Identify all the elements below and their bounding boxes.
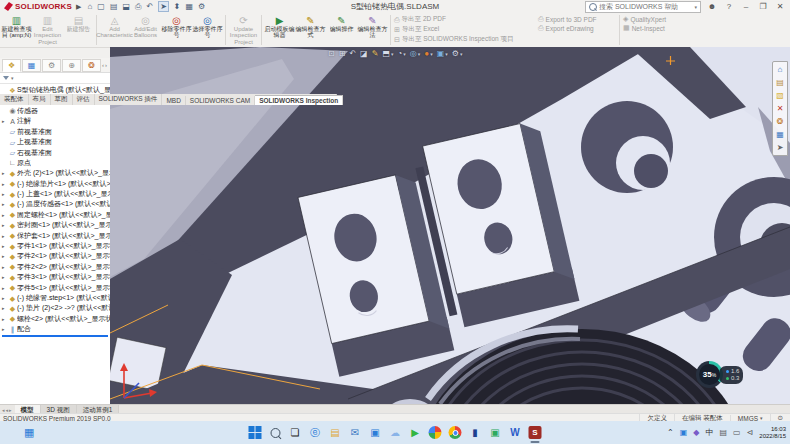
options-gear-icon[interactable]: ⚙ bbox=[198, 2, 205, 11]
tray-chevron-icon[interactable]: ⌃ bbox=[667, 428, 674, 437]
tab-scroll-arrows[interactable]: ◂◂▸ bbox=[0, 407, 15, 413]
tree-item-part[interactable]: ▸◆(-) 绝缘管.step<1> (默认<<默认> bbox=[0, 293, 110, 303]
minimize-button[interactable]: – bbox=[740, 2, 752, 11]
tab-solidworks-cam[interactable]: SOLIDWORKS CAM bbox=[186, 96, 255, 105]
file-properties-icon[interactable]: ▦ bbox=[186, 2, 194, 11]
tab-layout[interactable]: 布局 bbox=[29, 94, 51, 105]
wps-icon[interactable]: W bbox=[508, 425, 523, 440]
add-edit-balloons-button[interactable]: ◎ Add/Edit Balloons bbox=[130, 14, 161, 46]
tab-solidworks-inspection[interactable]: SOLIDWORKS Inspection bbox=[255, 95, 343, 105]
zoom-area-icon[interactable]: ⊞ bbox=[339, 49, 346, 58]
close-button[interactable]: ✕ bbox=[774, 2, 786, 11]
tree-item-part[interactable]: ▸◆零件2<1> (默认<<默认>_显示状态 bbox=[0, 251, 110, 261]
view-orientation-icon[interactable]: ⬒▾ bbox=[382, 49, 393, 58]
mail-icon[interactable]: ✉ bbox=[348, 425, 363, 440]
notes-app-icon[interactable]: ▣ bbox=[488, 425, 503, 440]
ime-indicator[interactable]: 中 bbox=[705, 427, 713, 438]
tab-evaluate[interactable]: 评估 bbox=[73, 94, 95, 105]
tree-item-part[interactable]: ▸◆零件2<2> (默认<<默认>_显示状态 bbox=[0, 262, 110, 272]
menu-flyout-arrow[interactable]: ▶ bbox=[76, 3, 81, 11]
zoom-fit-icon[interactable]: ⊡ bbox=[328, 49, 335, 58]
apply-scene-icon[interactable]: ▣▾ bbox=[437, 49, 448, 58]
search-dropdown-icon[interactable]: ▾ bbox=[694, 4, 697, 10]
tree-item-part[interactable]: ▸◆零件1<1> (默认<<默认>_显示状态 bbox=[0, 241, 110, 251]
volume-icon[interactable]: ⊲ bbox=[747, 428, 754, 437]
edit-inspection-project-button[interactable]: ▥ Edit Inspection Project bbox=[32, 14, 63, 46]
tab-addins[interactable]: SOLIDWORKS 插件 bbox=[95, 94, 163, 105]
tab-sketch[interactable]: 草图 bbox=[51, 94, 73, 105]
new-report-button[interactable]: ▤ 新建报告 bbox=[63, 14, 94, 46]
xpress-tools-icon[interactable]: ✕ bbox=[777, 104, 784, 113]
taskbar-clock[interactable]: 16:03 2022/8/15 bbox=[759, 426, 786, 440]
display-manager-tab-icon[interactable]: ❂ bbox=[82, 59, 101, 72]
export-inspection-project-item[interactable]: ⊟ 导出至 SOLIDWORKS Inspection 项目 bbox=[394, 35, 534, 44]
print-icon[interactable]: ⎙ bbox=[135, 2, 141, 12]
reader-app-icon[interactable]: ▮ bbox=[468, 425, 483, 440]
tab-assembly[interactable]: 装配体 bbox=[0, 94, 29, 105]
tree-item-top-plane[interactable]: ▱上视基准面 bbox=[0, 137, 110, 147]
edit-methods-button[interactable]: ✎ 编辑检查方式 bbox=[295, 14, 326, 46]
edge-icon[interactable]: ⓔ bbox=[308, 425, 323, 440]
panel-tab-next-icon[interactable]: › bbox=[105, 62, 107, 68]
remove-balloons-button[interactable]: ◎ 移除零件序号 bbox=[161, 14, 192, 46]
tree-item-right-plane[interactable]: ▱右视基准面 bbox=[0, 147, 110, 157]
qualityxpert-item[interactable]: ◈ QualityXpert bbox=[623, 15, 685, 23]
tree-filter[interactable]: ▾ bbox=[0, 73, 110, 84]
filter-dropdown-icon[interactable]: ▾ bbox=[11, 75, 14, 81]
tree-item-part[interactable]: ▸◆外壳 (2)<1> (默认<<默认>_显示状态 bbox=[0, 168, 110, 178]
net-inspect-item[interactable]: ▦ Net-Inspect bbox=[623, 24, 685, 32]
tree-item-part[interactable]: ▸◆螺栓<2> (默认<<默认>_显示状态 bbox=[0, 314, 110, 324]
export-excel-item[interactable]: ⊞ 导出至 Excel bbox=[394, 25, 534, 34]
add-characteristic-button[interactable]: ◬ Add Characteristic bbox=[99, 14, 130, 46]
tree-item-part[interactable]: ▸◆固定螺栓<1> (默认<<默认>_显示状态 bbox=[0, 210, 110, 220]
taskbar-search-icon[interactable] bbox=[268, 425, 283, 440]
dimxpert-manager-tab-icon[interactable]: ⊕ bbox=[62, 59, 81, 72]
video-app-icon[interactable]: ▶ bbox=[408, 425, 423, 440]
help-button[interactable]: ? bbox=[723, 2, 735, 11]
edit-appearance-icon[interactable]: ●▾ bbox=[424, 49, 432, 58]
rebuild-icon[interactable]: ⬍ bbox=[174, 2, 181, 11]
edit-inspection-methods-button[interactable]: ✎ 编辑检查方法 bbox=[357, 14, 388, 46]
feature-tree-tab-icon[interactable]: ❖ bbox=[2, 59, 21, 72]
tree-rollback-bar[interactable] bbox=[2, 335, 108, 337]
widgets-icon[interactable]: ▦ bbox=[24, 426, 34, 439]
solidworks-resources-icon[interactable]: ⌂ bbox=[778, 65, 783, 74]
help-search-box[interactable]: ▾ bbox=[585, 1, 701, 13]
new-inspection-project-button[interactable]: ▥ 新建检查项目 (amp;N) bbox=[1, 14, 32, 46]
chrome-icon[interactable] bbox=[448, 425, 463, 440]
tree-item-origin[interactable]: ∟原点 bbox=[0, 158, 110, 168]
property-manager-tab-icon[interactable]: ▦ bbox=[22, 59, 41, 72]
login-user-icon[interactable]: ☻ bbox=[706, 2, 718, 11]
file-explorer-taskbar-icon[interactable]: ▤ bbox=[328, 425, 343, 440]
home-icon[interactable]: ⌂ bbox=[88, 2, 93, 11]
undo-icon[interactable]: ↶ bbox=[146, 2, 153, 11]
new-file-icon[interactable]: ▢ bbox=[97, 2, 105, 11]
tree-item-part[interactable]: ▸◆保护套<1> (默认<<默认>_显示状态 bbox=[0, 230, 110, 240]
tree-item-part[interactable]: ▸◆密封圈<1> (默认<<默认>_显示状态 bbox=[0, 220, 110, 230]
tree-item-part[interactable]: ▸◆(-) 垫片 (2)<2> ->? (默认<<默认> bbox=[0, 303, 110, 313]
tree-item-part[interactable]: ▸◆零件5<1> (默认<<默认>_显示状态 bbox=[0, 282, 110, 292]
tree-item-part[interactable]: ▸◆(-) 上盖<1> (默认<<默认>_显示状态 bbox=[0, 189, 110, 199]
start-button[interactable] bbox=[248, 425, 263, 440]
touch-keyboard-icon[interactable]: ▤ bbox=[719, 428, 727, 437]
previous-view-icon[interactable]: ↶ bbox=[349, 49, 356, 58]
select-tool-icon[interactable]: ➤ bbox=[158, 1, 169, 12]
display-style-icon[interactable]: ◔▾ bbox=[397, 49, 405, 58]
dynamic-annotation-icon[interactable]: ✎ bbox=[372, 49, 379, 58]
custom-properties-icon[interactable]: ➤ bbox=[777, 143, 784, 152]
cast-icon[interactable]: ▭ bbox=[733, 428, 741, 437]
select-balloons-button[interactable]: ◎ 选择零件序号 bbox=[192, 14, 223, 46]
tray-security-icon[interactable]: ◆ bbox=[693, 428, 699, 437]
hide-show-items-icon[interactable]: ◎▾ bbox=[410, 49, 421, 58]
file-explorer-icon[interactable]: ▧ bbox=[776, 91, 784, 100]
solidworks-taskbar-icon[interactable]: S bbox=[528, 425, 543, 440]
media-player-icon[interactable] bbox=[428, 425, 443, 440]
export-3d-pdf-item[interactable]: ⎙ Export to 3D PDF bbox=[538, 15, 616, 23]
store-icon[interactable]: ▣ bbox=[368, 425, 383, 440]
launch-template-editor-button[interactable]: ▶ 启动模板编辑器 bbox=[264, 14, 295, 46]
onedrive-icon[interactable]: ☁ bbox=[388, 425, 403, 440]
save-icon[interactable]: ⬓ bbox=[122, 2, 130, 11]
search-input[interactable] bbox=[599, 3, 692, 10]
tab-mbd[interactable]: MBD bbox=[162, 96, 185, 105]
update-inspection-project-button[interactable]: ⟳ Update Inspection Project bbox=[228, 14, 259, 46]
